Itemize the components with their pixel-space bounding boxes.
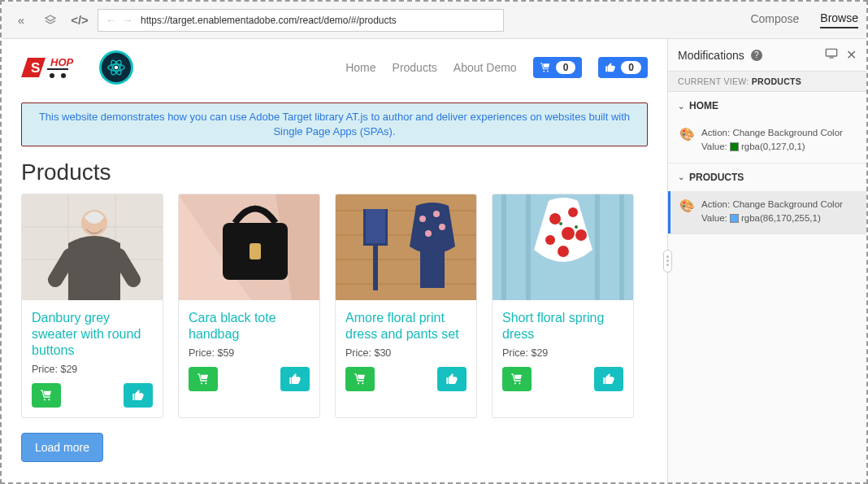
svg-point-31 [433,211,440,217]
product-card[interactable]: Short floral spring dress Price: $29 [492,194,634,418]
code-icon[interactable]: </> [68,9,91,32]
svg-point-51 [519,383,520,385]
modification-item[interactable]: 🎨 Action: Change Background Color Value:… [668,120,866,163]
current-view-label: CURRENT VIEW: PRODUCTS [668,72,866,92]
svg-point-46 [575,229,587,241]
site-logo[interactable]: HOP S [21,50,133,85]
panel-header: Modifications ? ✕ [668,39,866,72]
color-swatch [730,214,739,223]
product-title: Cara black tote handbag [189,310,310,342]
add-to-cart-button[interactable] [189,367,218,391]
product-price: Price: $59 [189,347,310,359]
svg-point-35 [358,383,359,385]
site-nav: Home Products About Demo 0 0 [345,57,648,78]
browse-mode-link[interactable]: Browse [820,11,858,28]
svg-point-8 [115,66,119,70]
product-image [179,194,319,300]
likes-button[interactable]: 0 [598,57,648,78]
svg-point-19 [48,399,50,401]
like-button[interactable] [594,367,623,391]
nav-products[interactable]: Products [393,61,437,74]
cart-button[interactable]: 0 [533,57,583,78]
svg-point-10 [547,71,549,72]
layers-icon[interactable] [39,9,62,32]
info-banner: This website demonstrates how you can us… [21,102,648,146]
cart-icon [540,62,551,73]
chevron-down-icon: ⌄ [678,102,684,111]
product-image [22,194,163,300]
svg-point-36 [362,383,363,385]
product-title: Danbury grey sweater with round buttons [32,310,153,359]
view-toggle-products[interactable]: ⌄ PRODUCTS [668,164,866,191]
nav-back-icon[interactable]: ← [103,14,119,27]
svg-point-33 [425,230,432,237]
svg-text:HOP: HOP [50,56,74,68]
product-title: Short floral spring dress [502,310,623,342]
modifications-panel: Modifications ? ✕ CURRENT VIEW: PRODUCTS… [667,39,866,482]
svg-point-23 [201,383,202,385]
svg-point-24 [205,383,206,385]
modification-item[interactable]: 🎨 Action: Change Background Color Value:… [668,191,866,234]
thumbs-up-icon [605,62,616,73]
panel-title: Modifications [678,49,744,62]
like-button[interactable] [437,367,467,391]
url-input[interactable] [141,15,498,26]
svg-point-30 [419,216,426,222]
panel-resizer-handle[interactable] [663,250,672,273]
compose-mode-link[interactable]: Compose [750,12,799,28]
svg-point-3 [61,73,66,78]
svg-rect-22 [250,243,261,259]
svg-marker-0 [46,15,55,21]
svg-point-50 [514,383,516,385]
product-image [336,194,476,300]
product-card[interactable]: Danbury grey sweater with round buttons … [21,194,163,418]
nav-forward-icon[interactable]: → [119,14,136,27]
shop-logo-icon: HOP S [21,51,94,84]
add-to-cart-button[interactable] [32,383,61,408]
view-section-products: ⌄ PRODUCTS 🎨 Action: Change Background C… [668,164,866,235]
svg-point-49 [575,225,578,229]
palette-icon: 🎨 [679,127,695,155]
close-icon[interactable]: ✕ [846,47,857,63]
collapse-left-icon[interactable]: « [10,9,33,32]
svg-rect-34 [420,251,445,288]
svg-rect-52 [826,49,836,56]
preview-pane: HOP S Home Products About Demo 0 [2,39,667,482]
load-more-button[interactable]: Load more [21,433,103,462]
color-swatch [730,142,739,151]
svg-point-42 [549,213,561,225]
view-toggle-home[interactable]: ⌄ HOME [668,92,866,120]
svg-point-2 [50,73,54,78]
product-grid: Danbury grey sweater with round buttons … [2,194,667,418]
svg-point-45 [545,235,555,245]
product-title: Amore floral print dress and pants set [345,310,467,342]
cart-count: 0 [556,61,576,74]
palette-icon: 🎨 [679,198,695,226]
likes-count: 0 [621,61,641,74]
like-button[interactable] [124,383,153,408]
nav-about[interactable]: About Demo [454,61,517,74]
nav-home[interactable]: Home [345,61,375,74]
like-button[interactable] [280,367,310,391]
viewport-icon[interactable] [825,47,838,63]
editor-toolbar: « </> ← → Compose Browse [2,2,866,39]
section-title: Products [2,146,667,194]
product-price: Price: $30 [345,347,467,359]
product-card[interactable]: Cara black tote handbag Price: $59 [178,194,320,418]
site-header: HOP S Home Products About Demo 0 [2,39,667,96]
svg-point-18 [44,399,46,401]
help-icon[interactable]: ? [751,50,762,61]
product-card[interactable]: Amore floral print dress and pants set P… [335,194,477,418]
add-to-cart-button[interactable] [502,367,532,391]
svg-point-9 [543,71,545,72]
svg-point-47 [558,246,569,257]
svg-point-44 [562,227,575,240]
add-to-cart-button[interactable] [345,367,375,391]
svg-text:S: S [31,60,40,76]
url-bar: ← → [98,9,504,32]
atom-logo-icon [99,50,133,85]
view-section-home: ⌄ HOME 🎨 Action: Change Background Color… [668,92,866,164]
svg-point-48 [559,222,562,225]
svg-point-43 [568,207,578,217]
product-price: Price: $29 [32,364,153,375]
